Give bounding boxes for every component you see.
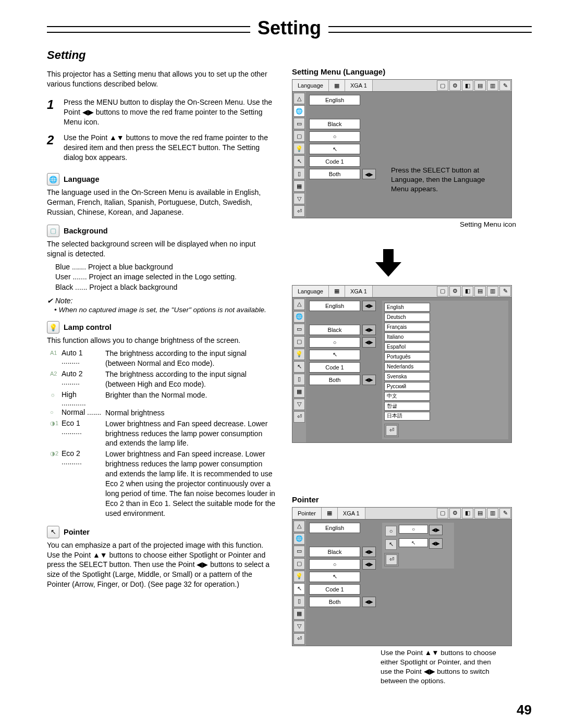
lamp-icon: 💡 (293, 571, 305, 582)
toolbar-icon: ▢ (437, 80, 448, 91)
menu-row-black: Black (309, 119, 360, 129)
step-number: 2 (47, 133, 58, 163)
pointer-section-title: Pointer (292, 495, 516, 504)
remote-icon: ▯ (293, 374, 305, 385)
pointer-text: You can emphasize a part of the projecte… (47, 540, 276, 589)
toolbar-icon: ⚙ (449, 286, 461, 297)
pointer-icon: ↖ (293, 361, 305, 373)
toolbar-icon: ▥ (487, 80, 498, 91)
pointer-icon: ↖ (293, 155, 305, 167)
toolbar-icon: ▢ (437, 508, 448, 519)
toolbar-icon: ⚙ (449, 508, 461, 519)
lamp-text: This function allows you to change brigh… (47, 336, 276, 346)
toolbar-icon: ◧ (462, 508, 473, 519)
note-body: • When no captured image is set, the "Us… (54, 306, 276, 314)
exit-icon: ⏎ (293, 633, 305, 645)
menu-row-both: Both (309, 375, 360, 385)
square-icon: ▢ (293, 130, 305, 142)
language-submenu: English Deutsch Français Italiano Españo… (382, 301, 508, 439)
bg-option: User ....... Project an image selected i… (55, 272, 276, 282)
lamp-icon: 💡 (47, 321, 59, 334)
background-text: The selected background screen will be d… (47, 239, 276, 259)
scroll-down-icon: ▽ (293, 621, 305, 632)
ok-icon: ⏎ (386, 554, 397, 565)
scroll-down-icon: ▽ (293, 193, 305, 204)
spotlight-value: ○ (399, 525, 428, 534)
scroll-up-icon: △ (293, 299, 305, 310)
toolbar-icon: ▤ (474, 508, 486, 519)
lang-option: Français (384, 323, 430, 331)
toolbar-icon: ✎ (499, 286, 511, 297)
toolbar-icon: ▥ (487, 508, 498, 519)
menu-row-both: Both (309, 597, 360, 607)
menu-tab-mode-icon: ▦ (322, 508, 338, 519)
setting-menu-screenshot-1: Language ▦ XGA 1 ▢ ⚙ ◧ ▤ ▥ ✎ △ 🌐 (292, 79, 512, 218)
lamp-mode: A2 Auto 2 ......... The brightness accor… (50, 369, 276, 389)
lang-option: Nederlands (384, 362, 430, 371)
setting-menu-icon-label: Setting Menu icon (292, 220, 516, 228)
step-text: Press the MENU button to display the On-… (64, 97, 276, 127)
lr-arrows-icon: ◀▶ (429, 538, 443, 549)
menu-row-code: Code 1 (309, 362, 360, 373)
menu-row-both: Both (309, 169, 360, 179)
background-heading: Background (64, 227, 108, 235)
step-1: 1 Press the MENU button to display the O… (47, 97, 276, 127)
toolbar-icon: ✎ (499, 508, 511, 519)
lang-option: English (384, 303, 430, 312)
lamp-heading: Lamp control (64, 323, 112, 331)
globe-icon: 🌐 (293, 105, 305, 117)
pointer-icon: ↖ (293, 583, 305, 595)
toolbar-icon: ▥ (487, 286, 498, 297)
pointer-usage-note: Use the Point ▲▼ buttons to choose eithe… (381, 648, 500, 686)
menu-row-black: Black (309, 547, 360, 557)
remote-icon: ▯ (293, 596, 305, 607)
lr-arrows-icon: ◀▶ (429, 525, 443, 535)
setting-menu-language-title: Setting Menu (Language) (292, 67, 516, 76)
menu-tab-xga: XGA 1 (345, 80, 373, 91)
lang-option: Italiano (384, 332, 430, 341)
step-text: Use the Point ▲▼ buttons to move the red… (64, 133, 276, 163)
page-title: Setting (250, 17, 328, 39)
lang-option: 日本語 (384, 412, 430, 421)
exit-icon: ⏎ (293, 205, 305, 217)
toolbar-icon: ⚙ (449, 80, 461, 91)
menu-tab-xga: XGA 1 (338, 508, 365, 519)
lr-arrows-icon: ◀▶ (362, 375, 376, 385)
pip-icon: ▦ (293, 608, 305, 620)
lang-option: Svenska (384, 372, 430, 381)
scroll-down-icon: ▽ (293, 399, 305, 410)
menu-row-english: English (309, 95, 360, 105)
lang-option: 中文 (384, 392, 430, 401)
lang-option: Español (384, 342, 430, 351)
bulb-icon: ◑2 (50, 449, 58, 457)
spotlight-icon: ○ (385, 526, 397, 536)
bulb-icon: ◑1 (50, 419, 58, 427)
toolbar-icon: ▢ (437, 286, 448, 297)
step-2: 2 Use the Point ▲▼ buttons to move the r… (47, 133, 276, 163)
svg-marker-0 (375, 249, 401, 277)
menu-tab-xga: XGA 1 (345, 286, 373, 297)
bulb-icon: A1 (50, 349, 58, 356)
pointer-heading: Pointer (64, 528, 90, 536)
globe-icon: 🌐 (47, 173, 59, 186)
pointer-icon: ↖ (47, 526, 59, 538)
toolbar-icon: ◧ (462, 80, 473, 91)
lamp-mode: ◑1 Eco 1 .......... Lower brightness and… (50, 419, 276, 449)
menu-tab-mode-icon: ▦ (329, 80, 345, 91)
pointer-submenu: ○ ○ ◀▶ ↖ ↖ ◀▶ ⏎ (382, 523, 454, 569)
bulb-icon: ○ (50, 408, 58, 415)
remote-icon: ▯ (293, 168, 305, 179)
menu-row-pointer: ↖ (309, 144, 360, 154)
square-icon: ▢ (293, 558, 305, 570)
rect-icon: ▭ (293, 118, 305, 129)
bg-option: Black ...... Project a black background (55, 282, 276, 293)
down-arrow-icon (323, 246, 454, 280)
scroll-up-icon: △ (293, 93, 305, 104)
pointer-value: ↖ (399, 538, 428, 547)
lamp-mode: ○ Normal ....... Normal brightness (50, 408, 276, 418)
bg-option: Blue ....... Project a blue background (55, 262, 276, 273)
menu-row-lamp: ○ (309, 559, 360, 570)
lamp-icon: 💡 (293, 143, 305, 154)
intro-text: This projector has a Setting menu that a… (47, 69, 276, 89)
lr-arrows-icon: ◀▶ (362, 337, 376, 348)
